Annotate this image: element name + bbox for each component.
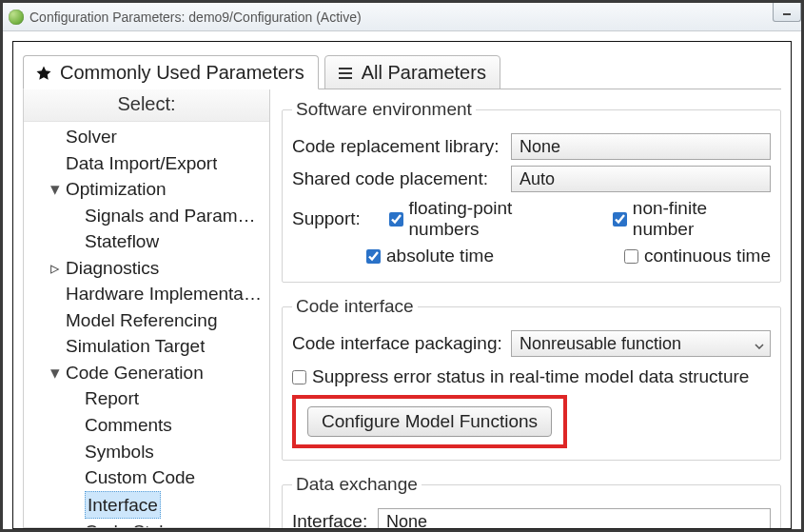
tree-item-label: Signals and Parame… [85,203,265,229]
window-title: Configuration Parameters: demo9/Configur… [29,10,362,25]
tree-item[interactable]: Signals and Parame… [29,203,269,229]
expand-closed-icon[interactable]: ▹ [49,255,62,282]
tree-item[interactable]: Code Style [29,519,269,528]
tree-item-label: Stateflow [85,228,159,255]
tab-all-parameters[interactable]: All Parameters [324,55,500,89]
tree-item[interactable]: ▹Diagnostics [29,255,269,282]
tree-item-label: Hardware Implementa… [66,281,262,307]
checkbox-label: continuous time [644,246,771,266]
select-value: Auto [520,169,555,189]
tree-item[interactable]: ▾Optimization [29,176,269,203]
configure-model-functions-button[interactable]: Configure Model Functions [307,406,552,437]
tree-item-label: Model Referencing [66,307,217,334]
tree-item-label: Custom Code [85,464,195,491]
main-panel: Software environment Code replacement li… [270,89,781,528]
support-continuous-time-checkbox[interactable]: continuous time [624,246,771,266]
sidebar-header: Select: [24,89,269,122]
checkbox-label: non-finite number [633,198,771,240]
code-replacement-select[interactable]: None [511,133,771,160]
tree-item-label: Optimization [66,176,167,203]
tree-item-label: Simulation Target [66,333,205,360]
tree-item[interactable]: Solver [29,124,269,150]
checkbox-label: Suppress error status in real-time model… [312,366,749,387]
checkbox-input[interactable] [366,249,381,264]
packaging-label: Code interface packaging: [292,333,511,354]
tree-item[interactable]: Custom Code [29,464,269,491]
checkbox-input[interactable] [389,212,403,227]
support-nonfinite-checkbox[interactable]: non-finite number [613,198,771,240]
tree-item-label: Code Generation [66,360,204,386]
app-icon [9,10,24,25]
tree-item[interactable]: Report [29,385,269,412]
tab-commonly-used[interactable]: Commonly Used Parameters [23,55,319,89]
tree-item[interactable]: Data Import/Export [29,150,269,177]
tree-item-label: Interface [85,491,161,520]
expand-open-icon[interactable]: ▾ [49,360,62,386]
titlebar: Configuration Parameters: demo9/Configur… [3,3,801,31]
data-exchange-group: Data exchange Interface: None [282,474,781,528]
checkbox-input[interactable] [292,370,306,384]
tree-item-label: Solver [66,124,117,150]
expand-open-icon[interactable]: ▾ [49,176,62,203]
tree-item[interactable]: Symbols [29,439,269,465]
star-icon [35,65,52,82]
shared-code-select[interactable]: Auto [511,166,771,192]
select-value: None [386,512,427,529]
checkbox-input[interactable] [624,249,638,264]
tree-item[interactable]: Comments [29,412,269,439]
shared-code-label: Shared code placement: [292,168,511,189]
checkbox-label: absolute time [386,246,494,266]
minimize-button[interactable] [773,3,801,22]
tree-item-label: Symbols [85,439,154,465]
tree-item-label: Diagnostics [66,255,159,282]
tree-item[interactable]: ▾Code Generation [29,360,269,386]
code-replacement-label: Code replacement library: [292,136,511,157]
list-icon [337,65,354,82]
checkbox-label: floating-point numbers [409,198,585,240]
tree-item[interactable]: Simulation Target [29,333,269,360]
group-legend: Software environment [292,99,476,120]
interface-select[interactable]: None [378,508,771,528]
tab-label: Commonly Used Parameters [60,62,304,84]
select-value: Nonreusable function [520,334,681,354]
tab-bar: Commonly Used Parameters All Parameters [23,49,781,89]
window-controls [773,3,801,24]
group-legend: Data exchange [292,474,422,495]
support-floating-point-checkbox[interactable]: floating-point numbers [389,198,584,240]
interface-label: Interface: [292,511,378,528]
tree-item[interactable]: Interface [29,491,269,520]
suppress-error-checkbox[interactable]: Suppress error status in real-time model… [292,366,749,387]
chevron-down-icon [755,334,764,354]
tree-item-label: Comments [85,412,172,439]
tree-item-label: Code Style [85,519,173,528]
sidebar: Select: SolverData Import/Export▾Optimiz… [23,89,270,528]
code-interface-group: Code interface Code interface packaging:… [282,296,781,461]
tree-item-label: Report [85,385,139,412]
nav-tree: SolverData Import/Export▾OptimizationSig… [24,122,269,528]
support-absolute-time-checkbox[interactable]: absolute time [366,246,494,266]
software-environment-group: Software environment Code replacement li… [282,99,781,283]
group-legend: Code interface [292,296,418,317]
packaging-select[interactable]: Nonreusable function [511,330,771,357]
checkbox-input[interactable] [613,212,627,227]
tree-item-label: Data Import/Export [66,150,217,177]
support-label: Support: [292,208,361,229]
select-value: None [520,137,560,157]
highlight-callout: Configure Model Functions [292,395,567,448]
tree-item[interactable]: Stateflow [29,228,269,255]
client-area: Commonly Used Parameters All Parameters … [3,31,801,529]
tab-label: All Parameters [362,62,486,84]
tree-item[interactable]: Model Referencing [29,307,269,334]
page-frame: Commonly Used Parameters All Parameters … [12,41,792,529]
tree-item[interactable]: Hardware Implementa… [29,281,269,307]
